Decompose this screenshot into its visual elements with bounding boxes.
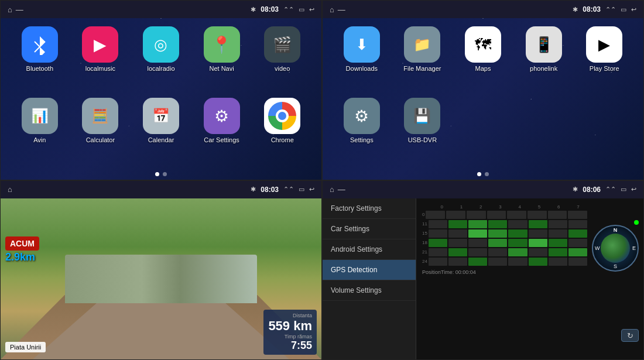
compass-circle: N S E W bbox=[592, 225, 639, 272]
navi-home-icon: ⌂ bbox=[8, 185, 12, 194]
dot-2 bbox=[163, 172, 167, 176]
app-downloads-label: Downloads bbox=[346, 65, 378, 72]
compass-s: S bbox=[614, 263, 617, 269]
app-avin-label: Avin bbox=[33, 136, 46, 143]
app-downloads[interactable]: ⬇ Downloads bbox=[334, 26, 389, 92]
gps-bars-21 bbox=[429, 248, 587, 256]
status-bar-2: ⌂ — ✱ 08:03 ⌃⌃ ▭ ↩ bbox=[323, 1, 643, 18]
app-localmusic[interactable]: ▶ localmusic bbox=[73, 26, 128, 92]
app-localmusic-label: localmusic bbox=[85, 65, 115, 72]
settings-wifi-icon: ⌃⌃ bbox=[605, 186, 616, 193]
gps-bars-15 bbox=[429, 229, 587, 238]
app-bluetooth[interactable]: Bluetooth bbox=[12, 26, 67, 92]
dot-1 bbox=[155, 172, 159, 176]
phonelink-app-icon: 📱 bbox=[526, 26, 562, 63]
usbdvr-app-icon: 💾 bbox=[404, 98, 440, 134]
app-netnavi[interactable]: 📍 Net Navi bbox=[194, 26, 249, 92]
netnavi-app-icon: 📍 bbox=[204, 26, 240, 63]
home-icon-2: ⌂ bbox=[330, 5, 334, 14]
status-bar-1: ⌂ — ✱ 08:03 ⌃⌃ ▭ ↩ bbox=[1, 1, 321, 18]
playstore-app-icon: ▶ bbox=[586, 26, 622, 63]
app-playstore[interactable]: ▶ Play Store bbox=[577, 26, 632, 92]
localmusic-app-icon: ▶ bbox=[82, 26, 118, 63]
settings-menu: Factory Settings Car Settings Android Se… bbox=[323, 198, 416, 360]
compass-e: E bbox=[632, 245, 636, 251]
app-calculator[interactable]: 🧮 Calculator bbox=[73, 98, 128, 163]
gps-grid-header: 0 1 2 3 4 5 6 7 bbox=[422, 204, 587, 210]
home-icon: ⌂ bbox=[8, 5, 12, 14]
app-maps[interactable]: 🗺 Maps bbox=[455, 26, 511, 92]
app-carsettings[interactable]: ⚙ Car Settings bbox=[194, 98, 249, 163]
avin-app-icon: 📊 bbox=[22, 98, 58, 134]
app-video[interactable]: 🎬 video bbox=[255, 26, 310, 92]
app-maps-label: Maps bbox=[475, 65, 491, 72]
wifi-icon: ⌃⌃ bbox=[283, 6, 294, 13]
navi-place-label: Piata Unirii bbox=[5, 342, 46, 352]
app-phonelink[interactable]: 📱 phonelink bbox=[516, 26, 571, 92]
settings-volume[interactable]: Volume Settings bbox=[323, 280, 416, 301]
quadrant-apps-2: ⌂ — ✱ 08:03 ⌃⌃ ▭ ↩ bbox=[322, 0, 644, 180]
navi-timp-value: 7:55 bbox=[268, 340, 312, 352]
quadrant-navigation: ⌂ ✱ 08:03 ⌃⌃ ▭ ↩ Constanta Strada Halelo… bbox=[0, 180, 322, 361]
settings-car[interactable]: Car Settings bbox=[323, 219, 416, 239]
settings-body: Factory Settings Car Settings Android Se… bbox=[323, 198, 643, 360]
navi-acum-label: ACUM bbox=[5, 236, 39, 251]
video-app-icon: 🎬 bbox=[264, 26, 300, 63]
filemanager-app-icon: 📁 bbox=[404, 26, 440, 63]
app-chrome[interactable]: Chrome bbox=[255, 98, 310, 163]
app-calendar[interactable]: 📅 Calendar bbox=[133, 98, 189, 163]
settings-gps[interactable]: GPS Detection bbox=[323, 260, 416, 280]
settings-back-icon: ↩ bbox=[631, 186, 636, 193]
settings-factory[interactable]: Factory Settings bbox=[323, 198, 416, 219]
minimize-icon: — bbox=[16, 5, 23, 14]
gps-bars-24 bbox=[429, 258, 587, 266]
app-avin[interactable]: 📊 Avin bbox=[12, 98, 67, 163]
app-filemanager[interactable]: 📁 File Manager bbox=[395, 26, 450, 92]
navi-bt-icon: ✱ bbox=[251, 186, 256, 193]
gps-refresh-button[interactable]: ↻ bbox=[621, 329, 639, 342]
gps-row-21: 21 bbox=[422, 248, 587, 256]
app-calendar-label: Calendar bbox=[148, 136, 174, 143]
gps-signal-dot bbox=[634, 220, 639, 225]
navi-buildings bbox=[65, 255, 258, 303]
gps-bars-0 bbox=[426, 211, 587, 219]
quadrant-apps-1: ⌂ — ✱ 08:03 ⌃⌃ ▭ ↩ bbox=[0, 0, 322, 180]
settings-android[interactable]: Android Settings bbox=[323, 239, 416, 260]
dot-q2-2 bbox=[485, 172, 489, 176]
gps-row-11: 11 bbox=[422, 220, 587, 228]
app-calculator-label: Calculator bbox=[86, 136, 115, 143]
app-filemanager-label: File Manager bbox=[403, 65, 441, 72]
navi-wifi-icon: ⌃⌃ bbox=[283, 186, 294, 193]
settings-bt-icon: ✱ bbox=[573, 186, 578, 193]
app-grid-2: ⬇ Downloads 📁 File Manager bbox=[323, 18, 643, 169]
page-dots-1 bbox=[1, 169, 321, 180]
app-usbdvr[interactable]: 💾 USB-DVR bbox=[395, 98, 450, 163]
navi-screen-icon: ▭ bbox=[299, 186, 304, 193]
app-usbdvr-label: USB-DVR bbox=[408, 136, 437, 143]
settings-home-icon: ⌂ bbox=[330, 185, 334, 194]
settings-gps-content: 0 1 2 3 4 5 6 7 0 bbox=[416, 198, 643, 360]
back-icon: ↩ bbox=[309, 6, 314, 13]
compass-w: W bbox=[595, 245, 600, 251]
gps-row-18: 18 bbox=[422, 239, 587, 247]
calendar-app-icon: 📅 bbox=[143, 98, 179, 134]
dot-q2-1 bbox=[477, 172, 481, 176]
navi-distanta-label: Distanta bbox=[268, 313, 312, 318]
calculator-app-icon: 🧮 bbox=[82, 98, 118, 134]
navi-back-icon: ↩ bbox=[309, 186, 314, 193]
gps-bars-18 bbox=[429, 239, 587, 247]
app-bluetooth-label: Bluetooth bbox=[26, 65, 53, 72]
back-icon-2: ↩ bbox=[631, 6, 636, 13]
wifi-icon-2: ⌃⌃ bbox=[605, 6, 616, 13]
gps-row-0: 0 bbox=[422, 211, 587, 219]
app-settings[interactable]: ⚙ Settings bbox=[334, 98, 389, 163]
maps-app-icon: 🗺 bbox=[465, 26, 501, 63]
app-localradio[interactable]: ◎ localradio bbox=[133, 26, 189, 92]
settings-app-icon: ⚙ bbox=[344, 98, 380, 134]
downloads-app-icon: ⬇ bbox=[344, 26, 380, 63]
navi-timp-label: Timp rămas bbox=[268, 334, 312, 340]
navi-time: 08:03 bbox=[261, 186, 279, 194]
page-dots-2 bbox=[323, 169, 643, 180]
quadrant-settings: ⌂ — ✱ 08:06 ⌃⌃ ▭ ↩ Factory Settings Car … bbox=[322, 180, 644, 361]
screen-icon: ▭ bbox=[299, 6, 304, 13]
